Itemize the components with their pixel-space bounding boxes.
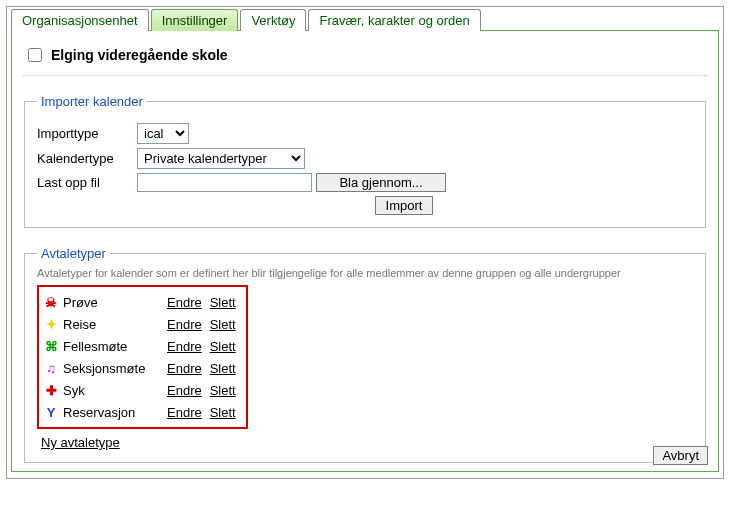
tab-organisasjonsenhet[interactable]: Organisasjonsenhet: [11, 9, 149, 31]
import-button[interactable]: Import: [375, 196, 433, 215]
main-window: Organisasjonsenhet Innstillinger Verktøy…: [6, 6, 724, 479]
settings-panel: Elging videregående skole Importer kalen…: [11, 30, 719, 472]
slett-link[interactable]: Slett: [210, 361, 236, 376]
importtype-label: Importtype: [37, 126, 137, 141]
avtaletype-row: YReservasjonEndreSlett: [43, 401, 240, 423]
avtaletype-row: ⌘FellesmøteEndreSlett: [43, 335, 240, 357]
endre-link[interactable]: Endre: [167, 339, 202, 354]
avtaletype-icon: ✚: [43, 384, 59, 397]
avtaletype-name: Seksjonsmøte: [63, 361, 163, 376]
avtaletype-row: ♫SeksjonsmøteEndreSlett: [43, 357, 240, 379]
slett-link[interactable]: Slett: [210, 317, 236, 332]
endre-link[interactable]: Endre: [167, 405, 202, 420]
kalendertype-select[interactable]: Private kalendertyper: [137, 148, 305, 169]
slett-link[interactable]: Slett: [210, 383, 236, 398]
avtaletype-name: Reise: [63, 317, 163, 332]
panel-header: Elging videregående skole: [22, 39, 708, 76]
avtaletyper-hint: Avtaletyper for kalender som er definert…: [37, 267, 693, 279]
import-kalender-legend: Importer kalender: [37, 94, 147, 109]
avtaletype-row: ✦ReiseEndreSlett: [43, 313, 240, 335]
endre-link[interactable]: Endre: [167, 383, 202, 398]
avtaletyper-fieldset: Avtaletyper Avtaletyper for kalender som…: [24, 246, 706, 463]
file-label: Last opp fil: [37, 175, 137, 190]
avbryt-button[interactable]: Avbryt: [653, 446, 708, 465]
avtaletype-row: ✚SykEndreSlett: [43, 379, 240, 401]
school-title: Elging videregående skole: [51, 47, 228, 63]
avtaletype-icon: ☠: [43, 296, 59, 309]
tab-innstillinger[interactable]: Innstillinger: [151, 9, 239, 31]
tab-verktoy[interactable]: Verktøy: [240, 9, 306, 31]
avtaletyper-table: ☠PrøveEndreSlett✦ReiseEndreSlett⌘Fellesm…: [37, 285, 248, 429]
avtaletype-name: Reservasjon: [63, 405, 163, 420]
tab-fravaer[interactable]: Fravær, karakter og orden: [308, 9, 480, 31]
file-input[interactable]: [137, 173, 312, 192]
endre-link[interactable]: Endre: [167, 317, 202, 332]
endre-link[interactable]: Endre: [167, 361, 202, 376]
kalendertype-label: Kalendertype: [37, 151, 137, 166]
importtype-select[interactable]: ical: [137, 123, 189, 144]
browse-button[interactable]: Bla gjennom...: [316, 173, 446, 192]
slett-link[interactable]: Slett: [210, 405, 236, 420]
avtaletype-row: ☠PrøveEndreSlett: [43, 291, 240, 313]
avtaletype-name: Prøve: [63, 295, 163, 310]
slett-link[interactable]: Slett: [210, 339, 236, 354]
avtaletype-icon: Y: [43, 406, 59, 419]
school-checkbox[interactable]: [28, 48, 42, 62]
ny-avtaletype-link[interactable]: Ny avtaletype: [41, 435, 120, 450]
avtaletype-icon: ⌘: [43, 340, 59, 353]
slett-link[interactable]: Slett: [210, 295, 236, 310]
avtaletyper-legend: Avtaletyper: [37, 246, 110, 261]
avtaletype-icon: ✦: [43, 318, 59, 331]
tab-bar: Organisasjonsenhet Innstillinger Verktøy…: [11, 9, 719, 31]
endre-link[interactable]: Endre: [167, 295, 202, 310]
avtaletype-icon: ♫: [43, 362, 59, 375]
avtaletype-name: Fellesmøte: [63, 339, 163, 354]
avtaletype-name: Syk: [63, 383, 163, 398]
import-kalender-fieldset: Importer kalender Importtype ical Kalend…: [24, 94, 706, 228]
